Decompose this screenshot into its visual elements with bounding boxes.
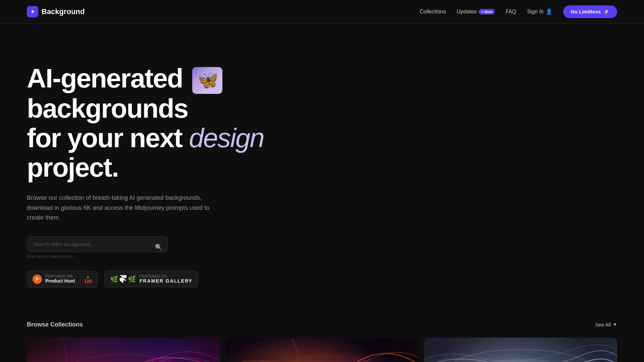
sign-in[interactable]: Sign In 👤 — [527, 8, 552, 15]
collections-section: Browse Collections See All ✦ Fusion 12 B… — [0, 314, 644, 362]
logo-text: Background — [42, 7, 85, 16]
italic-design-word: design — [189, 123, 264, 153]
collections-grid: Fusion 12 Backgrounds → Aberrant 12 Back… — [27, 338, 617, 362]
framer-laurel-left: 🌿 — [110, 275, 118, 283]
ph-arrow: ▲ — [86, 275, 90, 279]
lightning-icon: ⚡ — [603, 9, 610, 15]
framer-laurel-right: 🌿 — [128, 275, 136, 283]
see-all-link[interactable]: See All ✦ — [595, 321, 617, 327]
framer-name: FRAMER GALLERY — [140, 278, 193, 284]
go-limitless-button[interactable]: Go Limitless ⚡ — [563, 5, 617, 18]
nav-updates-label: Updates — [457, 9, 477, 15]
search-icon: 🔍 — [155, 244, 162, 251]
badges-row: P FEATURED ON Product Hunt ▲ 126 🌿 🌿 Fea… — [27, 271, 275, 288]
framer-logo: 🌿 🌿 — [110, 275, 136, 283]
logo-icon: ✦ — [27, 6, 38, 17]
svg-point-0 — [63, 354, 183, 362]
aberrant-swirl — [225, 338, 419, 362]
product-hunt-text: FEATURED ON Product Hunt — [45, 275, 75, 284]
ph-featured-label: FEATURED ON — [45, 275, 75, 278]
nav-collections[interactable]: Collections — [420, 9, 446, 15]
nav-faq[interactable]: FAQ — [505, 9, 516, 15]
search-hint: Blue abstract background... — [27, 254, 168, 259]
search-container: 🔍 Blue abstract background... — [27, 236, 168, 259]
browse-title: Browse Collections — [27, 321, 83, 328]
collection-card-ethereal[interactable]: Ethereal 12 Backgrounds → — [424, 338, 617, 362]
product-hunt-badge[interactable]: P FEATURED ON Product Hunt ▲ 126 — [27, 271, 98, 288]
hero-subtext: Browse our collection of breath-taking A… — [27, 193, 215, 223]
user-icon: 👤 — [546, 8, 552, 15]
collection-card-aberrant[interactable]: Aberrant 12 Backgrounds → — [225, 338, 419, 362]
ethereal-swirl — [424, 338, 617, 362]
collections-header: Browse Collections See All ✦ — [27, 321, 617, 328]
svg-point-1 — [255, 356, 388, 362]
nav-links: Collections Updates + New FAQ Sign In 👤 … — [420, 5, 617, 18]
hero-section: AI-generated backgrounds for your next d… — [0, 23, 302, 314]
ph-count: 126 — [84, 279, 92, 284]
framer-badge[interactable]: 🌿 🌿 Featured on FRAMER GALLERY — [104, 271, 198, 287]
ph-votes: ▲ 126 — [80, 275, 92, 284]
framer-icon — [120, 275, 126, 283]
search-input[interactable] — [27, 236, 168, 252]
nav-updates[interactable]: Updates + New — [457, 9, 495, 15]
hero-heading: AI-generated backgrounds for your next d… — [27, 64, 275, 182]
product-hunt-logo: P — [33, 275, 42, 284]
fusion-swirl — [27, 338, 220, 362]
logo[interactable]: ✦ Background — [27, 6, 85, 17]
hero-emoji — [192, 67, 222, 94]
framer-featured-label: Featured on — [140, 275, 193, 278]
ph-name: Product Hunt — [45, 278, 75, 284]
navbar: ✦ Background Collections Updates + New F… — [0, 0, 644, 23]
framer-text: Featured on FRAMER GALLERY — [140, 275, 193, 284]
svg-point-2 — [447, 349, 594, 362]
see-all-icon: ✦ — [613, 321, 617, 327]
updates-badge: + New — [479, 9, 495, 14]
svg-point-3 — [467, 359, 574, 362]
collection-card-fusion[interactable]: Fusion 12 Backgrounds → — [27, 338, 220, 362]
